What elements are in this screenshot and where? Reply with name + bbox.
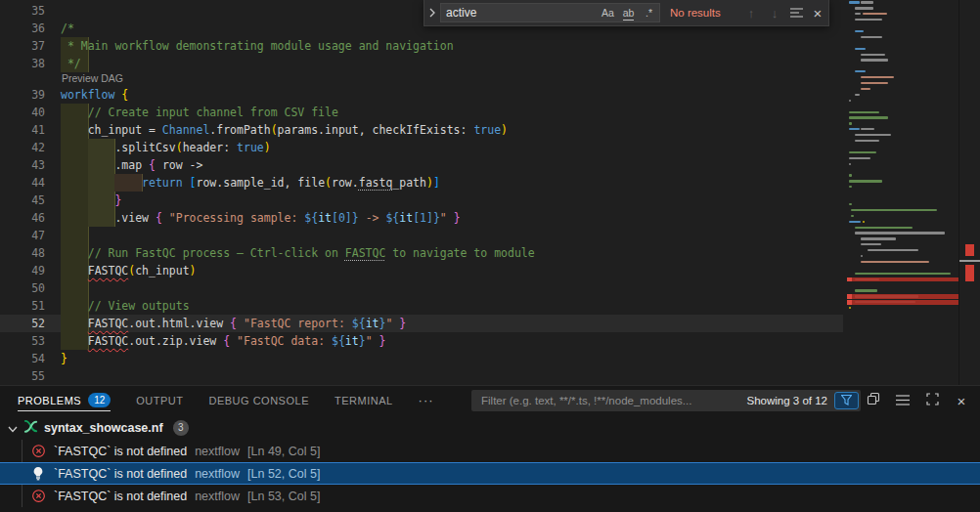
- code-line-55[interactable]: 55: [0, 367, 980, 385]
- tab-label: DEBUG CONSOLE: [209, 395, 309, 406]
- code-text: return [row.sample_id, file(row.fastq_pa…: [61, 176, 440, 190]
- problem-source: nextflow: [195, 445, 240, 458]
- match-case-toggle[interactable]: Aa: [598, 7, 618, 19]
- codelens-link[interactable]: Preview DAG: [0, 72, 980, 86]
- code-line-44[interactable]: 44 return [row.sample_id, file(row.fastq…: [0, 174, 980, 192]
- code-line-51[interactable]: 51 // View outputs: [0, 297, 980, 315]
- line-number: 47: [0, 227, 45, 244]
- tab-output[interactable]: OUTPUT: [136, 386, 183, 414]
- line-number: 51: [0, 297, 45, 315]
- code-text: * Main workflow demonstrating module usa…: [61, 39, 454, 53]
- code-line-37[interactable]: 37 * Main workflow demonstrating module …: [0, 37, 980, 55]
- tab-label: TERMINAL: [334, 395, 393, 406]
- line-number: 37: [0, 37, 45, 55]
- code-line-39[interactable]: 39workflow {: [0, 86, 980, 104]
- code-text: }: [61, 352, 67, 365]
- regex-toggle[interactable]: .*: [639, 7, 659, 19]
- view-as-table-button[interactable]: [894, 392, 912, 409]
- code-line-45[interactable]: 45 }: [0, 192, 980, 209]
- line-number: 54: [0, 350, 45, 367]
- arrow-up-icon: ↑: [748, 6, 755, 21]
- problem-row[interactable]: `FASTQC` is not definednextflow[Ln 52, C…: [0, 462, 980, 485]
- overview-ruler[interactable]: [958, 0, 980, 385]
- chevron-right-icon: [428, 4, 436, 21]
- line-number: 49: [0, 262, 45, 279]
- funnel-icon: [841, 392, 852, 409]
- code-text: ch_input = Channel.fromPath(params.input…: [61, 123, 508, 137]
- problem-location: [Ln 49, Col 5]: [247, 445, 320, 458]
- error-icon: [30, 444, 46, 459]
- line-number: 55: [0, 367, 45, 385]
- code-line-47[interactable]: 47: [0, 227, 980, 244]
- code-line-46[interactable]: 46 .view { "Processing sample: ${it[0]} …: [0, 209, 980, 227]
- indent-highlight: [61, 279, 89, 297]
- line-number: 50: [0, 279, 45, 297]
- nextflow-file-icon: [23, 419, 38, 438]
- find-input[interactable]: [446, 6, 598, 20]
- error-mark: [965, 244, 974, 256]
- tab-debug-console[interactable]: DEBUG CONSOLE: [209, 386, 309, 414]
- problems-file-group[interactable]: syntax_showcase.nf 3: [0, 417, 980, 439]
- find-in-selection-button[interactable]: [785, 2, 807, 23]
- problems-filter: Showing 3 of 12: [471, 390, 861, 411]
- line-number: 44: [0, 174, 45, 192]
- next-match-button[interactable]: ↓: [764, 2, 785, 23]
- close-panel-button[interactable]: ×: [953, 392, 970, 409]
- bottom-panel: PROBLEMS12OUTPUTDEBUG CONSOLETERMINAL···…: [0, 385, 980, 512]
- problem-row[interactable]: `FASTQC` is not definednextflow[Ln 53, C…: [0, 485, 980, 507]
- previous-match-button[interactable]: ↑: [740, 2, 762, 23]
- error-mark: [965, 265, 974, 281]
- code-line-42[interactable]: 42 .splitCsv(header: true): [0, 139, 980, 156]
- chevron-down-icon: [8, 419, 18, 437]
- collapse-all-button[interactable]: [865, 392, 882, 409]
- code-text: .map { row ->: [61, 158, 202, 172]
- line-number: 43: [0, 156, 45, 174]
- problem-source: nextflow: [195, 467, 240, 481]
- code-editor[interactable]: 3536/*37 * Main workflow demonstrating m…: [0, 0, 980, 385]
- problem-row[interactable]: `FASTQC` is not definednextflow[Ln 49, C…: [0, 440, 980, 462]
- tab-label: OUTPUT: [136, 395, 183, 406]
- code-line-50[interactable]: 50: [0, 279, 980, 297]
- vscode-window: 3536/*37 * Main workflow demonstrating m…: [0, 0, 980, 512]
- panel-toolbar: ×: [865, 390, 970, 411]
- code-text: .view { "Processing sample: ${it[0]} -> …: [61, 211, 461, 225]
- minimap-error-bar: [847, 294, 958, 299]
- problem-message: `FASTQC` is not defined: [54, 467, 187, 481]
- selection-icon: [790, 4, 803, 21]
- code-line-43[interactable]: 43 .map { row ->: [0, 156, 980, 174]
- problem-location: [Ln 53, Col 5]: [247, 490, 320, 503]
- code-line-40[interactable]: 40 // Create input channel from CSV file: [0, 104, 980, 121]
- code-line-49[interactable]: 49 FASTQC(ch_input): [0, 262, 980, 279]
- code-line-54[interactable]: 54}: [0, 350, 980, 367]
- line-number: 46: [0, 209, 45, 227]
- code-lines: 3536/*37 * Main workflow demonstrating m…: [0, 2, 980, 385]
- code-line-48[interactable]: 48 // Run FastQC process – Ctrl-click on…: [0, 244, 980, 262]
- maximize-panel-button[interactable]: [923, 392, 941, 409]
- line-number: 45: [0, 192, 45, 209]
- showing-count: Showing 3 of 12: [747, 395, 827, 406]
- view-as-table-icon: [896, 392, 910, 409]
- more-actions-button[interactable]: ···: [419, 393, 434, 407]
- minimap-error-bar: [847, 277, 958, 282]
- tab-problems[interactable]: PROBLEMS12: [18, 386, 111, 414]
- line-number: 40: [0, 104, 45, 121]
- code-line-53[interactable]: 53 FASTQC.out.zip.view { "FastQC data: $…: [0, 332, 980, 350]
- filter-input[interactable]: [479, 394, 740, 407]
- ruler-position-line: [959, 260, 980, 262]
- line-number: 38: [0, 55, 45, 72]
- code-line-52[interactable]: 52 FASTQC.out.html.view { "FastQC report…: [0, 315, 980, 332]
- minimap[interactable]: [847, 0, 958, 385]
- line-number: 36: [0, 20, 45, 37]
- filter-funnel-button[interactable]: [834, 392, 859, 409]
- close-find-widget-button[interactable]: ×: [807, 2, 828, 23]
- line-number: 48: [0, 244, 45, 262]
- tab-terminal[interactable]: TERMINAL: [334, 386, 393, 414]
- code-line-38[interactable]: 38 */: [0, 55, 980, 72]
- code-text: // View outputs: [61, 299, 190, 313]
- toggle-replace-button[interactable]: [424, 0, 440, 25]
- code-line-41[interactable]: 41 ch_input = Channel.fromPath(params.in…: [0, 121, 980, 139]
- code-text: }: [61, 193, 121, 207]
- line-number: 53: [0, 332, 45, 350]
- whole-word-toggle[interactable]: ab: [618, 7, 639, 19]
- problems-count-badge: 12: [88, 393, 111, 407]
